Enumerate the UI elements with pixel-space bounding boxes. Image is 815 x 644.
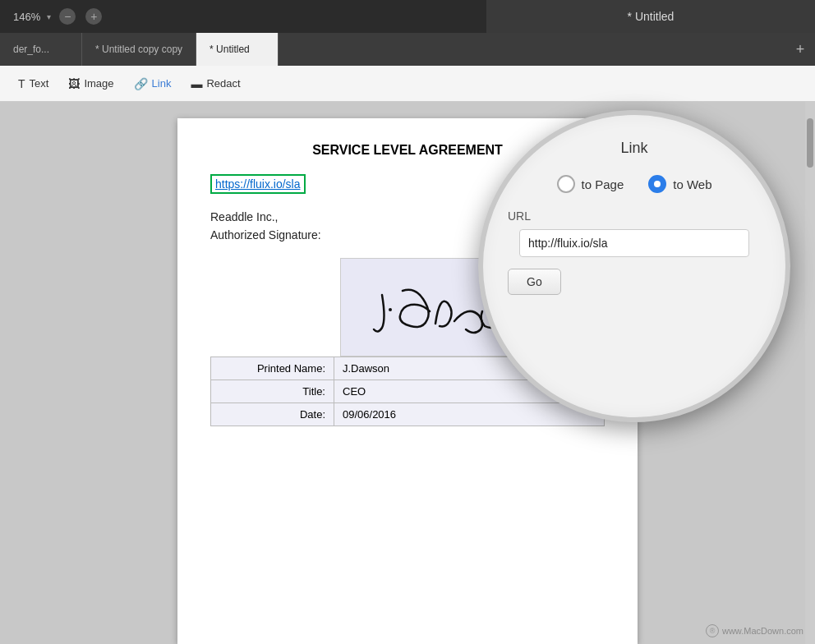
scrollbar-thumb[interactable] xyxy=(807,118,813,168)
toolbar: T Text 🖼 Image 🔗 Link ▬ Redact xyxy=(0,66,815,102)
zoom-level: 146% xyxy=(13,11,40,23)
link-tool-label: Link xyxy=(152,77,172,90)
url-input[interactable] xyxy=(519,229,749,257)
redact-tool-button[interactable]: ▬ Redact xyxy=(182,73,248,94)
tab-0-label: der_fo... xyxy=(13,44,49,55)
title-label: Title: xyxy=(211,380,334,403)
image-tool-button[interactable]: 🖼 Image xyxy=(60,73,122,94)
zoom-chevron-icon: ▾ xyxy=(47,12,51,21)
title-bar: 146% ▾ − + * Untitled xyxy=(0,0,815,33)
to-web-label: to Web xyxy=(673,177,711,191)
watermark-icon: ® xyxy=(706,624,719,637)
link-tool-button[interactable]: 🔗 Link xyxy=(126,73,180,94)
watermark-text: www.MacDown.com xyxy=(722,626,803,636)
svg-point-0 xyxy=(389,308,392,311)
to-page-option[interactable]: to Page xyxy=(557,175,624,193)
tab-1[interactable]: * Untitled copy copy xyxy=(82,33,196,66)
date-label: Date: xyxy=(211,403,334,426)
window-title: * Untitled xyxy=(486,0,815,33)
window-controls: 146% ▾ − + xyxy=(13,8,104,25)
plus-button[interactable]: + xyxy=(85,8,102,25)
new-tab-button[interactable]: + xyxy=(785,33,815,66)
image-tool-label: Image xyxy=(84,77,113,90)
table-row-date: Date: 09/06/2016 xyxy=(211,403,605,426)
url-label: URL xyxy=(508,209,531,223)
tabs-bar: der_fo... * Untitled copy copy * Untitle… xyxy=(0,33,815,66)
go-button[interactable]: Go xyxy=(508,269,561,295)
redact-icon: ▬ xyxy=(191,77,202,90)
tab-2[interactable]: * Untitled xyxy=(196,33,279,66)
watermark: ® www.MacDown.com xyxy=(706,624,803,637)
tab-2-label: * Untitled xyxy=(210,44,250,55)
to-page-label: to Page xyxy=(582,177,624,191)
window-title-text: * Untitled xyxy=(628,10,675,23)
redact-tool-label: Redact xyxy=(206,77,240,90)
to-web-option[interactable]: to Web xyxy=(648,175,711,193)
link-popup-panel[interactable]: Link to Page to Web URL Go xyxy=(478,110,790,422)
link-type-group: to Page to Web xyxy=(557,175,712,193)
text-tool-button[interactable]: T Text xyxy=(10,73,57,94)
image-icon: 🖼 xyxy=(68,77,80,90)
printed-name-label: Printed Name: xyxy=(211,357,334,380)
tab-1-label: * Untitled copy copy xyxy=(95,44,182,55)
popup-title: Link xyxy=(620,140,647,157)
to-page-radio[interactable] xyxy=(557,175,575,193)
document-link[interactable]: https://fluix.io/sla xyxy=(210,174,306,194)
text-tool-label: Text xyxy=(30,77,49,90)
to-web-radio[interactable] xyxy=(648,175,666,193)
scrollbar[interactable] xyxy=(805,102,815,644)
text-icon: T xyxy=(18,77,25,90)
minus-button[interactable]: − xyxy=(59,8,76,25)
tab-0[interactable]: der_fo... xyxy=(0,33,82,66)
main-area: SERVICE LEVEL AGREEMENT https://fluix.io… xyxy=(0,102,815,644)
link-icon: 🔗 xyxy=(134,77,148,90)
date-value: 09/06/2016 xyxy=(334,403,605,426)
